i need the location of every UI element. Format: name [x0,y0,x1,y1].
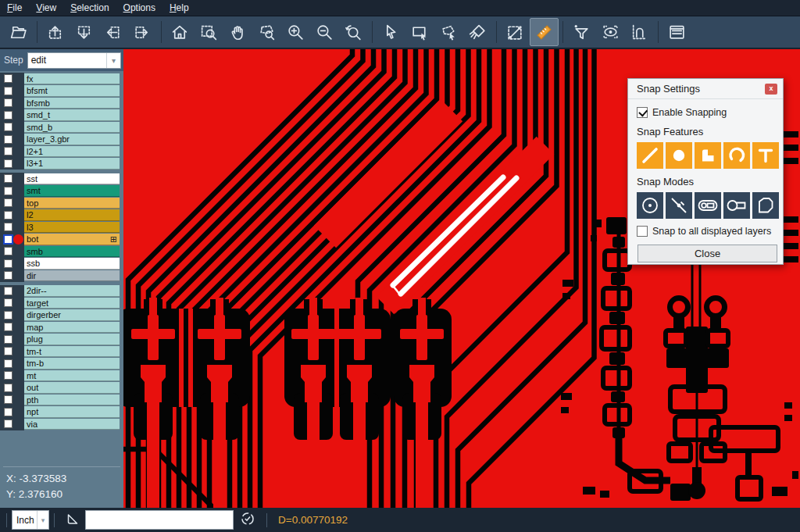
layer-checkbox[interactable] [4,174,12,183]
grid-icon[interactable]: ⊞ [110,234,117,245]
measure-ruler-button[interactable] [530,18,559,46]
select-rectangle-button[interactable] [405,18,434,46]
enable-snapping-row[interactable]: Enable Snapping [637,107,777,118]
layer-row-tm-b[interactable]: tm-b [0,358,123,370]
pan-button[interactable] [223,18,252,46]
layer-name[interactable]: target [24,298,120,309]
chevron-down-icon[interactable]: ▾ [106,53,120,68]
layer-name[interactable]: tm-b [24,358,120,370]
layer-name[interactable]: 2dir-- [24,285,120,297]
snap-mode-contour-button[interactable] [752,192,779,219]
snap-feature-pad-button[interactable] [666,142,692,169]
layer-checkbox[interactable] [4,247,12,255]
trace-path-button[interactable] [625,18,654,46]
layer-row-smd_t[interactable]: smd_t [0,109,123,122]
layer-row-bfsmb[interactable]: bfsmb [0,97,123,109]
layer-row-fx[interactable]: fx [0,73,123,85]
layer-name[interactable]: layer_3.gbr [24,134,120,145]
layer-row-bot[interactable]: bot⊞ [0,234,123,246]
layer-checkbox[interactable] [4,211,12,220]
layer-checkbox[interactable] [4,74,12,83]
select-cursor-button[interactable] [377,18,405,46]
refresh-check-icon[interactable] [240,511,255,530]
select-polygon-button[interactable] [434,18,463,46]
panels-button[interactable] [662,18,691,46]
snap-mode-slot-right-button[interactable] [695,192,721,219]
layer-name[interactable]: l3+1 [24,158,120,170]
layer-name[interactable]: top [24,198,120,209]
layer-row-plug[interactable]: plug [0,334,123,346]
layer-name[interactable]: smd_b [24,122,120,134]
filter-button[interactable] [567,18,596,46]
move-left-button[interactable] [99,18,128,46]
unit-dropdown[interactable]: Inch ▾ [12,510,49,530]
layer-row-l3+1[interactable]: l3+1 [0,158,123,170]
layer-row-pth[interactable]: pth [0,394,123,406]
all-layers-row[interactable]: Snap to all displayed layers [637,226,777,237]
layer-name[interactable]: bfsmt [24,85,120,97]
layer-name[interactable]: out [24,382,120,394]
layer-checkbox[interactable] [4,259,12,268]
layer-checkbox[interactable] [4,408,12,416]
layer-checkbox[interactable] [4,123,12,131]
layer-row-l3[interactable]: l3 [0,221,123,234]
menu-item-view[interactable]: View [29,1,63,15]
zoom-window-button[interactable] [195,18,223,46]
layer-row-smt[interactable]: smt [0,185,123,198]
layer-row-target[interactable]: target [0,297,123,309]
menu-item-options[interactable]: Options [116,1,162,15]
snap-mode-slot-left-button[interactable] [723,192,750,219]
layer-row-dirgerber[interactable]: dirgerber [0,309,123,322]
layer-name[interactable]: dirgerber [24,309,120,321]
snap-mode-midpoint-button[interactable] [666,192,692,219]
layer-row-npt[interactable]: npt [0,406,123,419]
layer-checkbox[interactable] [4,359,12,368]
move-right-button[interactable] [128,18,157,46]
layer-checkbox[interactable] [4,384,12,392]
open-folder-button[interactable] [4,18,33,46]
zoom-polygon-button[interactable] [252,18,281,46]
layer-checkbox[interactable] [4,347,12,355]
layer-name[interactable]: sst [24,173,120,185]
layer-checkbox[interactable] [4,111,12,120]
layer-checkbox[interactable] [4,98,12,107]
layer-name[interactable]: ssb [24,258,120,270]
layer-name[interactable]: smt [24,185,120,197]
layer-row-top[interactable]: top [0,197,123,209]
layer-name[interactable]: via [24,419,120,430]
layer-name[interactable]: fx [24,73,120,85]
layer-row-smb[interactable]: smb [0,245,123,258]
view-box-button[interactable] [596,18,625,46]
layer-checkbox[interactable] [4,311,12,320]
menu-item-selection[interactable]: Selection [63,1,116,15]
layer-name[interactable]: bfsmb [24,98,120,109]
close-icon[interactable]: x [765,84,777,95]
snap-feature-text-button[interactable] [752,142,779,169]
menu-item-help[interactable]: Help [162,1,196,15]
zoom-out-button[interactable] [310,18,339,46]
layer-row-map[interactable]: map [0,321,123,334]
layer-name[interactable]: map [24,322,120,334]
layer-checkbox[interactable] [4,135,12,144]
command-input[interactable] [85,510,234,530]
layer-row-ssb[interactable]: ssb [0,258,123,270]
layer-row-layer_3.gbr[interactable]: layer_3.gbr [0,134,123,146]
layer-checkbox[interactable] [4,420,12,428]
layer-row-mt[interactable]: mt [0,370,123,382]
layer-checkbox[interactable] [4,223,12,231]
layer-row-tm-t[interactable]: tm-t [0,345,123,358]
layer-name[interactable]: tm-t [24,346,120,358]
move-down-button[interactable] [70,18,99,46]
layer-row-l2+1[interactable]: l2+1 [0,145,123,158]
close-button[interactable]: Close [638,245,777,262]
layer-checkbox[interactable] [4,395,12,404]
layer-checkbox[interactable] [4,87,12,95]
layer-checkbox[interactable] [4,235,12,244]
layer-checkbox[interactable] [4,187,12,195]
step-dropdown[interactable]: edit ▾ [27,52,121,69]
layer-row-bfsmt[interactable]: bfsmt [0,85,123,98]
snap-feature-corner-button[interactable] [695,142,721,169]
layer-name[interactable]: mt [24,370,120,382]
layer-name[interactable]: dir [24,270,120,282]
layer-row-smd_b[interactable]: smd_b [0,121,123,134]
